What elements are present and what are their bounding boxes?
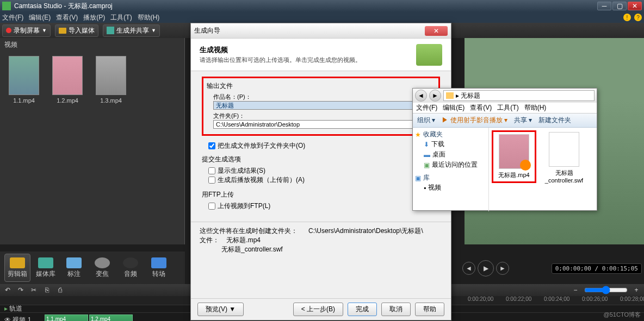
- file-thumbnail: [499, 134, 529, 169]
- clip-item[interactable]: 1.1.mp4: [9, 56, 39, 104]
- clip-label: 1.2.mp4: [57, 97, 78, 104]
- maximize-button[interactable]: ▢: [612, 2, 627, 10]
- clip-thumbnail: [96, 56, 126, 95]
- nav-forward-button[interactable]: ►: [429, 90, 441, 102]
- clip-item[interactable]: 1.2.mp4: [52, 56, 83, 104]
- folder-icon: [59, 28, 66, 34]
- folder-input[interactable]: [213, 120, 435, 129]
- share-icon: [107, 27, 114, 34]
- explorer-nav: ★收藏夹 ⬇下载 ▬桌面 ▣最近访问的位置 ▣库 ▪视频: [413, 128, 489, 211]
- production-name-label: 作品名：(P)：: [213, 93, 435, 101]
- app-icon: [2, 2, 11, 10]
- video-track-label: 👁 视频 1: [0, 316, 44, 321]
- share-button[interactable]: 共享 ▾: [514, 116, 532, 125]
- copy-icon[interactable]: ⎙: [55, 286, 64, 294]
- clipbin-title: 视频: [0, 38, 184, 52]
- back-button[interactable]: < 上一步(B): [293, 303, 343, 316]
- clip-label: 1.1.mp4: [13, 97, 35, 104]
- cancel-button[interactable]: 取消: [381, 303, 411, 316]
- address-bar[interactable]: ▸ 无标题: [443, 90, 595, 101]
- wizard-close-button[interactable]: ✕: [425, 26, 448, 36]
- wizard-logo-icon: [416, 44, 442, 66]
- file-item-swf[interactable]: 无标题_controller.swf: [543, 132, 585, 184]
- tab-transition[interactable]: 转场: [146, 254, 172, 282]
- exp-menu-tools[interactable]: 工具(T): [497, 103, 518, 112]
- timeline-clip[interactable]: 1.2.mp4: [89, 314, 133, 322]
- files-create-label: 这些文件将在生成时创建文件夹：: [200, 226, 298, 236]
- tab-clipbin[interactable]: 剪辑箱: [4, 254, 30, 282]
- zoom-in-icon[interactable]: +: [632, 286, 641, 294]
- clip-label: 1.3.mp4: [100, 97, 122, 104]
- nav-favorites[interactable]: ★收藏夹: [415, 130, 486, 139]
- tab-audio[interactable]: 音频: [117, 254, 144, 282]
- timecode-display: 0;00:00;00 / 0:00:15;05: [552, 263, 642, 274]
- ftp-upload-checkbox[interactable]: 上传视频到FTP(L): [208, 202, 440, 211]
- exp-menu-edit[interactable]: 编辑(E): [443, 103, 465, 112]
- exp-menu-view[interactable]: 查看(V): [470, 103, 492, 112]
- nav-desktop[interactable]: ▬桌面: [415, 149, 486, 160]
- clip-thumbnail: [52, 56, 83, 95]
- import-media-button[interactable]: 导入媒体: [55, 24, 98, 37]
- produce-share-button[interactable]: 生成并共享 ▼: [103, 24, 160, 37]
- timeline-undo-icon[interactable]: ↶: [3, 286, 12, 294]
- next-button[interactable]: ►: [496, 262, 509, 275]
- help-icon[interactable]: ?: [634, 14, 642, 21]
- folder-icon: [446, 92, 454, 99]
- nav-libraries[interactable]: ▣库: [415, 173, 486, 182]
- show-results-checkbox[interactable]: 显示生成结果(S): [208, 166, 440, 175]
- explorer-window: ◄ ► ▸ 无标题 文件(F) 编辑(E) 查看(V) 工具(T) 帮助(H) …: [412, 88, 597, 211]
- record-icon: [6, 28, 11, 33]
- play-badge-icon: [520, 160, 531, 171]
- watermark: @51CTO博客: [604, 311, 641, 319]
- play-button[interactable]: ▶: [478, 260, 494, 276]
- output-section-highlight: 输出文件 作品名：(P)： 文件夹(F)：: [202, 77, 440, 136]
- menu-view[interactable]: 查看(V): [56, 13, 78, 22]
- help-button[interactable]: 帮助: [415, 303, 444, 316]
- preview-button[interactable]: 预览(V) ▼: [197, 303, 244, 316]
- wizard-title: 生成向导: [194, 26, 220, 35]
- wizard-heading: 生成视频: [200, 45, 416, 55]
- finish-button[interactable]: 完成: [348, 303, 377, 316]
- organize-button[interactable]: 组织 ▾: [417, 116, 435, 125]
- timeline-redo-icon[interactable]: ↷: [16, 286, 25, 294]
- cut-icon[interactable]: ✂: [29, 286, 38, 294]
- timeline-zoom-slider[interactable]: [584, 286, 628, 294]
- nav-videos[interactable]: ▪视频: [415, 182, 486, 193]
- files-path: C:\Users\Administrator\Desktop\无标题\: [308, 226, 423, 254]
- exp-menu-file[interactable]: 文件(F): [416, 103, 437, 112]
- lightbulb-icon[interactable]: !: [623, 14, 631, 21]
- timeline-clip[interactable]: 1.1.mp4: [45, 314, 88, 322]
- play-after-checkbox[interactable]: 生成后播放视频（上传前）(A): [208, 175, 440, 185]
- menu-play[interactable]: 播放(P): [83, 13, 105, 22]
- track-header: 轨道: [9, 305, 22, 312]
- zoom-out-icon[interactable]: −: [571, 286, 580, 294]
- folder-label: 文件夹(F)：: [213, 112, 435, 120]
- nav-downloads[interactable]: ⬇下载: [415, 139, 486, 149]
- minimize-button[interactable]: ─: [597, 2, 611, 10]
- tab-library[interactable]: 媒体库: [33, 254, 59, 282]
- menu-file[interactable]: 文件(F): [2, 13, 23, 22]
- menu-help[interactable]: 帮助(H): [138, 13, 160, 22]
- play-with-button[interactable]: ▶ 使用射手影音播放 ▾: [442, 116, 507, 125]
- clip-item[interactable]: 1.3.mp4: [96, 56, 126, 104]
- exp-menu-help[interactable]: 帮助(H): [524, 103, 547, 112]
- subfolder-checkbox[interactable]: 把生成文件放到子文件夹中(O): [208, 141, 440, 150]
- menu-tools[interactable]: 工具(T): [110, 13, 132, 22]
- clip-thumbnail: [9, 56, 39, 95]
- production-name-input[interactable]: [213, 101, 435, 110]
- nav-recent[interactable]: ▣最近访问的位置: [415, 160, 486, 170]
- tab-zoom[interactable]: 变焦: [89, 254, 115, 282]
- record-button[interactable]: 录制屏幕 ▼: [2, 24, 51, 37]
- menu-edit[interactable]: 编辑(E): [29, 13, 51, 22]
- split-icon[interactable]: ⎘: [42, 286, 51, 294]
- close-button[interactable]: ✕: [628, 2, 642, 10]
- new-folder-button[interactable]: 新建文件夹: [538, 116, 571, 125]
- file-thumbnail: [549, 132, 579, 167]
- prev-button[interactable]: ◄: [462, 262, 475, 275]
- wizard-subheading: 请选择输出位置和可选的上传选项。单击完成生成您的视频。: [200, 56, 416, 64]
- tab-callout[interactable]: 标注: [61, 254, 87, 282]
- file-item-mp4[interactable]: 无标题.mp4: [493, 132, 535, 181]
- app-title: Camtasia Studio - 无标题.camproj: [14, 2, 113, 11]
- nav-back-button[interactable]: ◄: [415, 90, 427, 102]
